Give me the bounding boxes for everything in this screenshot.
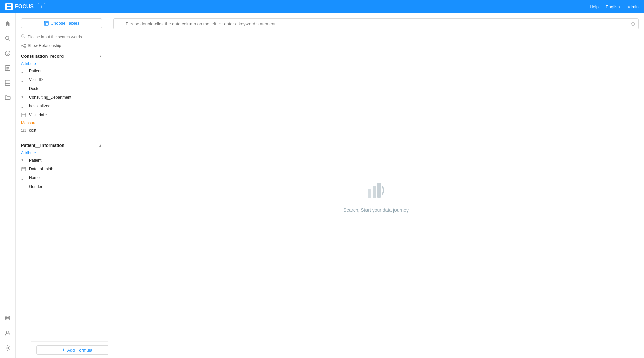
left-panel: Choose Tables Show Relationship bbox=[16, 13, 108, 358]
field-patient-info-patient[interactable]: Ξ Patient bbox=[16, 156, 108, 165]
home-icon bbox=[5, 21, 11, 27]
table-name-consultation: Consultation_record bbox=[21, 54, 64, 59]
date-field-icon bbox=[21, 112, 26, 117]
svg-rect-50 bbox=[377, 183, 381, 198]
sidebar-item-data-source[interactable] bbox=[2, 312, 14, 324]
svg-rect-2 bbox=[7, 7, 9, 9]
svg-rect-40 bbox=[22, 167, 26, 171]
table-section-header-patient-info[interactable]: Patient__information ▲ bbox=[16, 140, 108, 149]
sidebar-item-settings[interactable] bbox=[2, 342, 14, 354]
string-field-icon-5: Ξ bbox=[21, 104, 26, 108]
svg-text:Ξ: Ξ bbox=[21, 87, 24, 91]
navbar-right: Help English admin bbox=[590, 4, 639, 9]
svg-point-25 bbox=[21, 45, 22, 46]
svg-rect-49 bbox=[373, 186, 376, 198]
string-field-icon-4: Ξ bbox=[21, 95, 26, 100]
string-icon-2: Ξ bbox=[21, 77, 26, 83]
user-menu[interactable]: admin bbox=[627, 4, 639, 9]
user-icon bbox=[5, 330, 11, 336]
field-search-input[interactable] bbox=[21, 35, 102, 39]
field-consulting-dept[interactable]: Ξ Consulting_Department bbox=[16, 93, 108, 102]
field-doctor[interactable]: Ξ Doctor bbox=[16, 84, 108, 93]
search-small-icon bbox=[21, 34, 25, 38]
string-icon-5: Ξ bbox=[21, 103, 26, 109]
number-icon: 123 bbox=[21, 128, 26, 133]
svg-point-18 bbox=[7, 347, 8, 349]
field-visit-date[interactable]: Visit_date bbox=[16, 110, 108, 119]
string-icon-3: Ξ bbox=[21, 86, 26, 91]
string-field-icon-3: Ξ bbox=[21, 86, 26, 91]
field-patient[interactable]: Ξ Patient bbox=[16, 67, 108, 75]
main-layout: ? bbox=[0, 13, 644, 358]
svg-rect-35 bbox=[22, 113, 26, 117]
sidebar-item-table[interactable] bbox=[2, 77, 14, 89]
help-link[interactable]: Help bbox=[590, 4, 599, 9]
svg-point-16 bbox=[5, 316, 10, 318]
svg-rect-19 bbox=[44, 21, 48, 25]
date-icon bbox=[21, 112, 26, 118]
table-section-header-consultation[interactable]: Consultation_record ▲ bbox=[16, 51, 108, 60]
relationship-icon bbox=[21, 43, 26, 48]
table-small-icon bbox=[44, 21, 49, 26]
field-search-wrapper bbox=[16, 31, 108, 42]
svg-line-24 bbox=[24, 37, 25, 38]
field-search-icon bbox=[21, 34, 25, 39]
brand-logo bbox=[5, 3, 13, 10]
chevron-up-icon: ▲ bbox=[99, 54, 102, 58]
chevron-up-icon-2: ▲ bbox=[99, 143, 102, 147]
field-date-of-birth[interactable]: Date_of_birth bbox=[16, 165, 108, 173]
svg-line-28 bbox=[22, 45, 25, 46]
svg-point-23 bbox=[21, 34, 24, 37]
string-icon-6: Ξ bbox=[21, 158, 26, 163]
string-icon: Ξ bbox=[21, 68, 26, 74]
svg-text:Ξ: Ξ bbox=[21, 185, 24, 189]
main-search-bar-row bbox=[108, 13, 644, 34]
add-tab-button[interactable]: + bbox=[38, 3, 45, 10]
field-hospitalized[interactable]: Ξ hospitalized bbox=[16, 102, 108, 110]
svg-point-27 bbox=[25, 47, 26, 48]
section-spacer bbox=[16, 135, 108, 140]
date-field-icon-2 bbox=[21, 167, 26, 171]
string-field-icon-2: Ξ bbox=[21, 77, 26, 82]
svg-line-5 bbox=[8, 39, 10, 41]
field-name[interactable]: Ξ Name bbox=[16, 173, 108, 182]
string-field-icon: Ξ bbox=[21, 69, 26, 73]
folder-icon bbox=[5, 95, 11, 101]
main-search-right-icon bbox=[631, 22, 635, 26]
sidebar-item-user[interactable] bbox=[2, 327, 14, 339]
main-content: Search, Start your data journey bbox=[108, 13, 644, 358]
sidebar-item-home[interactable] bbox=[2, 18, 14, 30]
field-gender[interactable]: Ξ Gender bbox=[16, 182, 108, 191]
sidebar-item-report[interactable] bbox=[2, 62, 14, 74]
svg-rect-12 bbox=[5, 80, 10, 85]
field-cost[interactable]: 123 cost bbox=[16, 126, 108, 135]
svg-text:?: ? bbox=[7, 52, 9, 55]
svg-rect-1 bbox=[9, 4, 11, 6]
empty-state: Search, Start your data journey bbox=[108, 34, 644, 358]
svg-text:Ξ: Ξ bbox=[21, 176, 24, 180]
brand-logo-icon bbox=[7, 4, 11, 9]
language-selector[interactable]: English bbox=[606, 4, 620, 9]
attribute-label-patient-info: Attribute bbox=[16, 149, 108, 156]
date-icon-2 bbox=[21, 166, 26, 172]
left-panel-top: Choose Tables bbox=[16, 13, 108, 31]
table-section-patient-info: Patient__information ▲ Attribute Ξ Patie… bbox=[16, 140, 108, 191]
datasource-icon bbox=[5, 315, 11, 321]
show-relationship-toggle[interactable]: Show Relationship bbox=[16, 42, 108, 51]
table-name-patient-info: Patient__information bbox=[21, 143, 64, 148]
field-visit-id[interactable]: Ξ Visit_ID bbox=[16, 75, 108, 84]
help-icon: ? bbox=[5, 50, 11, 56]
svg-point-4 bbox=[5, 36, 9, 40]
svg-text:Ξ: Ξ bbox=[21, 78, 24, 82]
icon-sidebar: ? bbox=[0, 13, 16, 358]
table-icon bbox=[5, 80, 11, 86]
add-formula-bar: + Add Formula bbox=[31, 341, 108, 358]
string-field-icon-7: Ξ bbox=[21, 175, 26, 180]
sidebar-item-help[interactable]: ? bbox=[2, 47, 14, 59]
svg-rect-0 bbox=[7, 4, 9, 6]
sidebar-item-search[interactable] bbox=[2, 32, 14, 44]
main-search-input[interactable] bbox=[113, 18, 639, 29]
choose-tables-button[interactable]: Choose Tables bbox=[21, 18, 102, 28]
add-formula-button[interactable]: + Add Formula bbox=[36, 345, 108, 355]
sidebar-item-folder[interactable] bbox=[2, 92, 14, 104]
